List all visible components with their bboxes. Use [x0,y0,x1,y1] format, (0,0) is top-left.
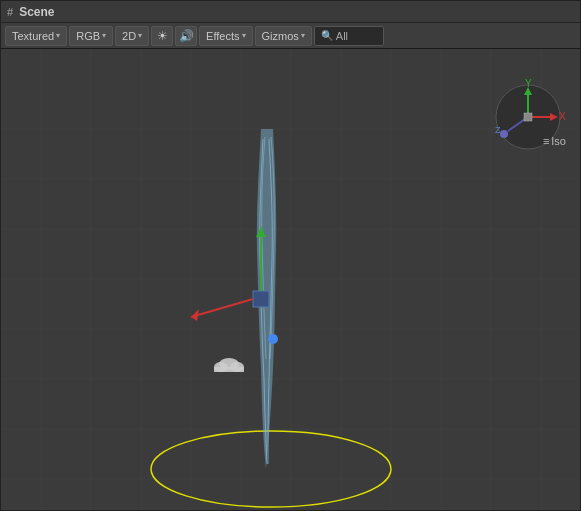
sun-icon: ☀ [157,29,168,43]
iso-text: Iso [551,135,566,147]
gizmos-label: Gizmos [262,30,299,42]
dimension-label: 2D [122,30,136,42]
dimension-btn[interactable]: 2D ▾ [115,26,149,46]
scene-svg: Y X Z [1,49,580,510]
iso-label: ≡ Iso [543,135,566,147]
toolbar: Textured ▾ RGB ▾ 2D ▾ ☀ 🔊 Effects ▾ Gizm… [1,23,580,49]
window-title: Scene [19,5,54,19]
effects-btn[interactable]: Effects ▾ [199,26,252,46]
svg-rect-27 [214,367,244,372]
sun-btn[interactable]: ☀ [151,26,173,46]
display-mode-arrow: ▾ [56,31,60,40]
svg-marker-21 [191,309,199,321]
search-placeholder: All [336,30,348,42]
blue-handle [268,334,278,344]
search-icon: 🔍 [321,30,333,41]
search-box[interactable]: 🔍 All [314,26,384,46]
svg-point-36 [500,130,508,138]
svg-rect-38 [524,113,532,121]
svg-text:Z: Z [495,125,501,135]
transform-cube [253,291,269,307]
viewport[interactable]: Y X Z ≡ Iso [1,49,580,510]
color-mode-label: RGB [76,30,100,42]
selection-circle [151,431,391,507]
svg-text:X: X [559,111,566,122]
gizmos-arrow: ▾ [301,31,305,40]
title-bar: # Scene [1,1,580,23]
gizmos-btn[interactable]: Gizmos ▾ [255,26,312,46]
audio-icon: 🔊 [179,29,194,43]
svg-line-20 [191,299,253,317]
audio-btn[interactable]: 🔊 [175,26,197,46]
effects-arrow: ▾ [242,31,246,40]
display-mode-label: Textured [12,30,54,42]
lines-icon: ≡ [543,135,549,147]
svg-text:Y: Y [525,78,532,89]
color-mode-arrow: ▾ [102,31,106,40]
scene-icon: # [7,6,13,18]
dimension-arrow: ▾ [138,31,142,40]
effects-label: Effects [206,30,239,42]
scene-window: # Scene Textured ▾ RGB ▾ 2D ▾ ☀ 🔊 Effect… [0,0,581,511]
display-mode-btn[interactable]: Textured ▾ [5,26,67,46]
color-mode-btn[interactable]: RGB ▾ [69,26,113,46]
